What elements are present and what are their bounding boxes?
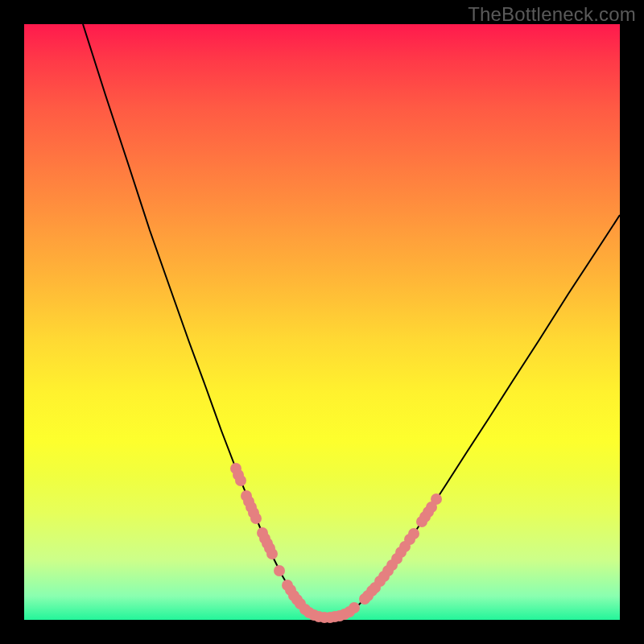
scatter-dot xyxy=(274,565,285,576)
v-curve-path xyxy=(83,24,620,617)
scatter-dot xyxy=(250,513,262,524)
chart-svg xyxy=(24,24,620,620)
scatter-dot xyxy=(235,475,246,486)
scatter-dot xyxy=(266,548,278,559)
scatter-dot xyxy=(408,528,419,539)
watermark-text: TheBottleneck.com xyxy=(468,3,636,26)
scatter-dot xyxy=(431,493,442,505)
chart-frame xyxy=(24,24,620,620)
scatter-dot xyxy=(349,602,360,613)
scatter-dots xyxy=(230,463,442,623)
